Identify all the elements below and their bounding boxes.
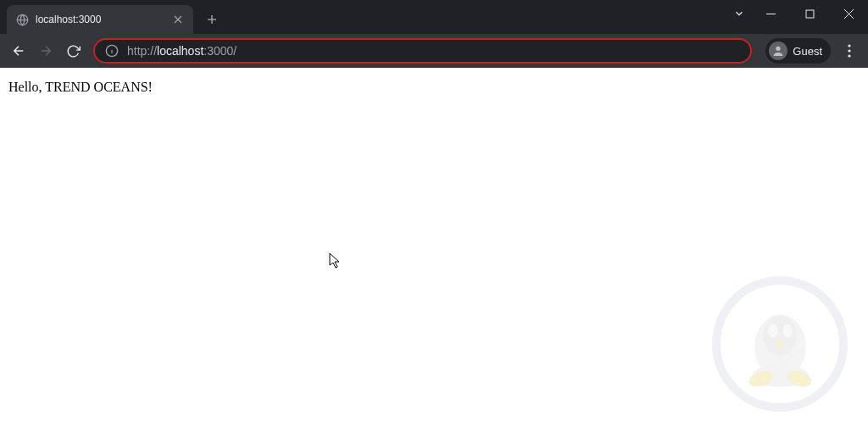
watermark-logo: [712, 276, 848, 412]
chevron-down-icon[interactable]: [731, 0, 748, 27]
svg-rect-1: [806, 10, 814, 18]
address-bar[interactable]: http://localhost:3000/: [93, 38, 752, 64]
browser-toolbar: http://localhost:3000/ Guest: [0, 34, 868, 68]
svg-point-5: [848, 49, 850, 52]
forward-button[interactable]: [34, 39, 58, 63]
reload-button[interactable]: [61, 39, 85, 63]
cursor-icon: [329, 252, 342, 273]
window-close-button[interactable]: [829, 0, 868, 27]
page-text: Hello, TREND OCEANS!: [8, 80, 153, 94]
window-minimize-button[interactable]: [751, 0, 790, 27]
globe-icon: [15, 13, 29, 26]
browser-tab[interactable]: localhost:3000: [7, 5, 193, 34]
profile-button[interactable]: Guest: [765, 38, 831, 64]
new-tab-button[interactable]: [200, 8, 224, 31]
svg-point-4: [848, 44, 850, 47]
svg-point-11: [782, 324, 792, 336]
url-rest: :3000/: [203, 44, 236, 58]
svg-point-3: [776, 47, 781, 51]
page-content: Hello, TREND OCEANS!: [0, 68, 868, 427]
tab-title: localhost:3000: [36, 14, 164, 25]
site-info-icon[interactable]: [105, 44, 119, 58]
svg-point-6: [848, 54, 850, 57]
svg-point-10: [768, 324, 777, 336]
profile-label: Guest: [793, 45, 822, 58]
window-maximize-button[interactable]: [790, 0, 829, 27]
url-host: localhost: [157, 44, 203, 58]
window-titlebar: localhost:3000: [0, 0, 868, 34]
url-text: http://localhost:3000/: [127, 44, 740, 58]
kebab-menu-icon[interactable]: [837, 39, 861, 63]
close-tab-icon[interactable]: [171, 13, 185, 26]
avatar-icon: [769, 42, 787, 60]
url-protocol: http://: [127, 44, 157, 58]
back-button[interactable]: [7, 39, 31, 63]
